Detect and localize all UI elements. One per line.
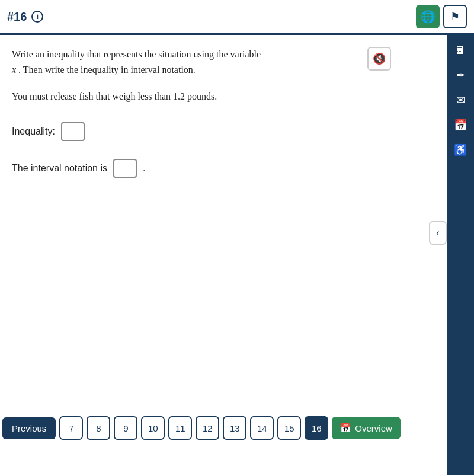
question-block: Write an inequality that represents the … <box>12 47 391 77</box>
nav-bar: Previous 7 8 9 10 11 12 13 14 15 16 📅 Ov… <box>0 416 419 440</box>
calculator-icon: 🖩 <box>455 44 466 57</box>
collapse-button[interactable]: ‹ <box>429 221 447 245</box>
nav-page-13[interactable]: 13 <box>223 416 246 440</box>
inequality-input[interactable] <box>61 122 85 141</box>
interval-input[interactable] <box>113 159 137 178</box>
draw-button[interactable]: ✒ <box>450 65 471 86</box>
interval-row: The interval notation is . <box>12 159 435 178</box>
globe-button[interactable]: 🌐 <box>416 5 440 28</box>
interval-label-post: . <box>143 163 145 174</box>
header-left: #16 i <box>7 10 43 24</box>
main-layout: Write an inequality that represents the … <box>0 35 474 475</box>
instruction-text: Write an inequality that represents the … <box>12 49 261 75</box>
content-area: Write an inequality that represents the … <box>0 35 447 475</box>
variable-x: x <box>12 65 16 75</box>
nav-page-11[interactable]: 11 <box>168 416 192 440</box>
nav-page-7[interactable]: 7 <box>59 416 83 440</box>
previous-button[interactable]: Previous <box>2 417 56 439</box>
calendar-button[interactable]: 📅 <box>450 114 471 136</box>
overview-calendar-icon: 📅 <box>340 423 351 433</box>
nav-page-14[interactable]: 14 <box>250 416 274 440</box>
nav-page-10[interactable]: 10 <box>141 416 165 440</box>
mute-icon: 🔇 <box>373 52 386 65</box>
question-number: #16 <box>7 10 27 24</box>
calendar-icon: 📅 <box>454 119 467 132</box>
inequality-row: Inequality: <box>12 122 435 141</box>
accessibility-button[interactable]: ♿ <box>450 139 471 161</box>
envelope-icon: ✉ <box>456 94 465 107</box>
calculator-button[interactable]: 🖩 <box>450 40 471 61</box>
flag-button[interactable]: ⚑ <box>443 5 467 28</box>
interval-label-pre: The interval notation is <box>12 163 107 174</box>
nav-page-16[interactable]: 16 <box>305 416 328 440</box>
collapse-icon: ‹ <box>436 228 439 238</box>
mute-button[interactable]: 🔇 <box>367 47 391 71</box>
nav-page-12[interactable]: 12 <box>196 416 219 440</box>
nav-page-8[interactable]: 8 <box>87 416 110 440</box>
header: #16 i 🌐 ⚑ <box>0 0 474 35</box>
nav-page-15[interactable]: 15 <box>277 416 301 440</box>
accessibility-icon: ♿ <box>454 143 467 156</box>
info-button[interactable]: i <box>31 11 43 23</box>
envelope-button[interactable]: ✉ <box>450 90 471 111</box>
right-toolbar: 🖩 ✒ ✉ 📅 ♿ <box>447 35 474 475</box>
inequality-label: Inequality: <box>12 126 55 137</box>
nav-page-9[interactable]: 9 <box>114 416 137 440</box>
overview-button[interactable]: 📅 Overview <box>332 417 401 439</box>
draw-icon: ✒ <box>456 69 465 82</box>
situation-text: You must release fish that weigh less th… <box>12 89 435 104</box>
header-right: 🌐 ⚑ <box>416 5 467 28</box>
